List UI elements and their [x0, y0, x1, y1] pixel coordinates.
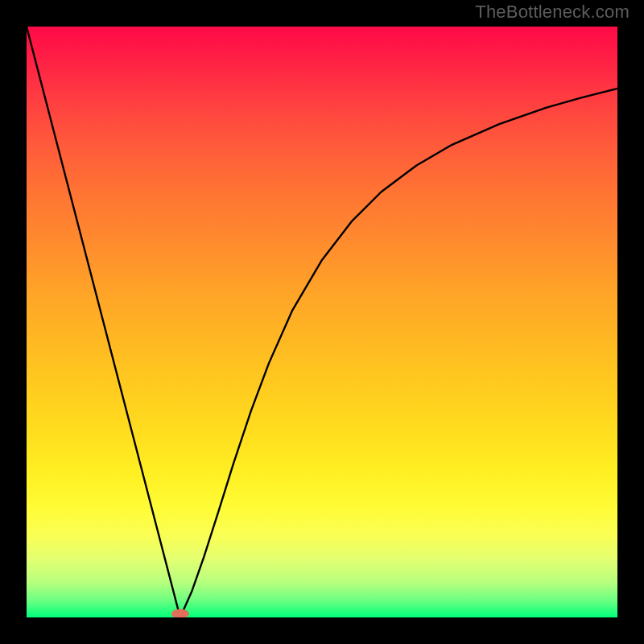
curve-left-segment [27, 27, 180, 617]
curve-right-segment [180, 89, 617, 617]
chart-frame: TheBottleneck.com [0, 0, 644, 644]
plot-area [27, 27, 617, 617]
bottom-marker [171, 609, 189, 617]
watermark-text: TheBottleneck.com [475, 2, 630, 23]
chart-overlay [27, 27, 617, 617]
